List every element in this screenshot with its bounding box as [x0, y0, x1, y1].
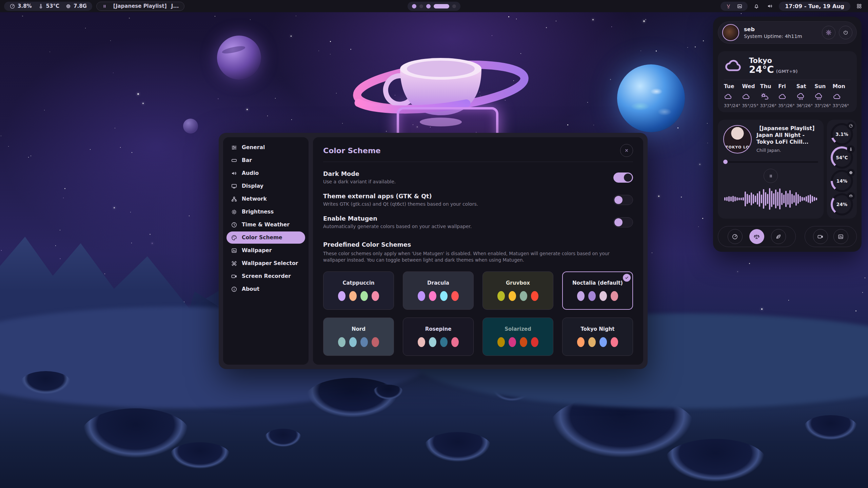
sidebar-item[interactable]: Wallpaper Selector — [226, 257, 305, 269]
scheme-card[interactable]: Solarized — [482, 318, 553, 356]
workspace-dot[interactable] — [434, 4, 449, 8]
pause-button[interactable] — [764, 169, 778, 183]
progress-track[interactable] — [728, 161, 818, 163]
progress-bar[interactable] — [723, 160, 818, 164]
clock[interactable]: 17:09 - Tue, 19 Aug — [779, 2, 850, 11]
toggle-switch[interactable] — [613, 172, 633, 183]
thermometer-icon — [849, 147, 853, 151]
audio-visualizer — [723, 185, 818, 213]
gauge: 54°C — [831, 146, 853, 169]
desktop: 3.8% 53°C 7.8G 【Japanese Playlist】 J... — [0, 0, 868, 488]
visualizer-bar — [771, 191, 772, 207]
star — [587, 102, 588, 103]
sidebar-item[interactable]: General — [226, 141, 305, 154]
quick-action-button[interactable] — [813, 229, 828, 244]
swatch — [577, 291, 585, 301]
swatch — [349, 291, 357, 301]
workspace-indicator[interactable] — [408, 2, 460, 11]
scheme-card[interactable]: Gruvbox — [482, 271, 553, 310]
star — [640, 50, 641, 51]
volume-button[interactable] — [765, 1, 775, 11]
weather-cloud-icon — [724, 56, 744, 76]
sidebar-item[interactable]: Brightness — [226, 206, 305, 218]
scheme-card[interactable]: Noctalia (default) — [562, 271, 633, 310]
star — [681, 197, 682, 198]
star — [611, 26, 612, 27]
star — [60, 230, 60, 230]
toggle-switch[interactable] — [613, 195, 633, 205]
star — [291, 36, 292, 37]
star — [749, 263, 750, 264]
workspace-dot[interactable] — [412, 4, 416, 8]
forecast-day: Tue 33°/24° — [724, 83, 742, 108]
sidebar-item[interactable]: Display — [226, 180, 305, 192]
progress-knob[interactable] — [723, 160, 728, 164]
close-button[interactable] — [620, 144, 633, 157]
palette-icon — [231, 235, 237, 241]
star — [330, 41, 331, 42]
star — [546, 27, 547, 28]
setting-description: Use a dark variant if available. — [323, 179, 396, 184]
crater — [170, 442, 231, 469]
settings-button[interactable] — [822, 26, 835, 39]
sun-cloud-icon — [760, 92, 769, 101]
power-button[interactable] — [839, 26, 852, 39]
weather-city: Tokyo — [749, 57, 798, 65]
scheme-swatches — [577, 291, 618, 301]
scheme-name: Rosepine — [425, 326, 452, 332]
scheme-card[interactable]: Tokyo Night — [562, 318, 633, 356]
workspace-dot[interactable] — [426, 4, 431, 8]
star — [695, 46, 696, 47]
videocam-icon — [817, 233, 824, 240]
setting-label: Dark Mode — [323, 170, 396, 177]
visualizer-bar — [767, 194, 768, 204]
gear-icon — [826, 29, 832, 36]
swatch — [338, 291, 346, 301]
section-description: These color schemes only apply when 'Use… — [323, 250, 633, 263]
scheme-card[interactable]: Dracula — [403, 271, 474, 310]
app-launcher-button[interactable] — [854, 1, 864, 11]
quick-action-button[interactable] — [833, 229, 848, 244]
top-bar: 3.8% 53°C 7.8G 【Japanese Playlist】 J... — [0, 0, 868, 12]
power-profile-button[interactable] — [749, 229, 764, 244]
star — [508, 16, 509, 17]
sidebar-item[interactable]: Time & Weather — [226, 219, 305, 231]
power-profile-button[interactable] — [728, 229, 743, 244]
sidebar-item[interactable]: Screen Recorder — [226, 270, 305, 282]
power-profile-button[interactable] — [771, 229, 786, 244]
sidebar-item[interactable]: Bar — [226, 154, 305, 166]
tray-app-icon[interactable] — [726, 3, 731, 9]
sidebar-item[interactable]: Color Scheme — [226, 231, 305, 244]
notifications-button[interactable] — [752, 1, 761, 11]
scheme-card[interactable]: Catppuccin — [323, 271, 394, 310]
sidebar-item[interactable]: About — [226, 283, 305, 295]
media-pill[interactable]: 【Japanese Playlist】 J... — [96, 2, 185, 11]
workspace-dot[interactable] — [452, 4, 456, 8]
star — [855, 310, 856, 311]
system-gauges: 3.1% 54°C 14% — [827, 120, 857, 219]
swatch — [372, 337, 379, 347]
star — [50, 52, 50, 52]
sidebar-item-label: General — [242, 144, 265, 150]
star — [593, 125, 594, 125]
star — [63, 198, 64, 198]
sidebar-item[interactable]: Network — [226, 193, 305, 205]
forecast-day: Wed 35°/25° — [742, 83, 760, 108]
scheme-card[interactable]: Nord — [323, 318, 394, 356]
toggle-switch[interactable] — [613, 217, 633, 227]
system-tray[interactable] — [721, 2, 748, 11]
visualizer-bar — [793, 195, 795, 203]
rain-cloud-icon — [814, 92, 823, 101]
scheme-swatches — [497, 291, 538, 301]
crater — [729, 371, 807, 405]
sidebar-item[interactable]: Audio — [226, 167, 305, 179]
star — [250, 19, 251, 20]
visualizer-bar — [812, 196, 813, 202]
workspace-dot[interactable] — [419, 4, 423, 8]
star — [703, 40, 704, 41]
visualizer-bar — [755, 196, 756, 202]
star — [130, 212, 131, 212]
scheme-card[interactable]: Rosepine — [403, 318, 474, 356]
wallpaper-icon[interactable] — [737, 3, 743, 9]
sidebar-item[interactable]: Wallpaper — [226, 244, 305, 257]
